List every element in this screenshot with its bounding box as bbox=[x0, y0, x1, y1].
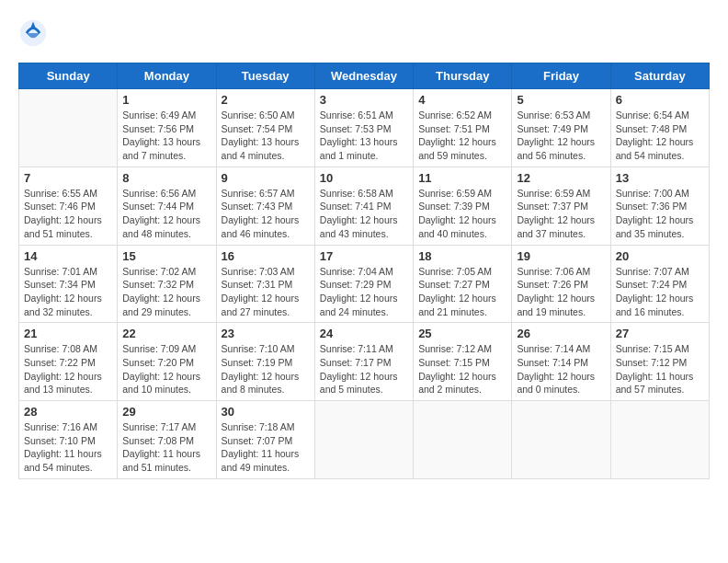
day-info: Sunrise: 7:11 AM Sunset: 7:17 PM Dayligh… bbox=[320, 342, 408, 396]
calendar-day-cell bbox=[512, 401, 610, 479]
calendar-day-cell bbox=[19, 89, 118, 167]
calendar-day-cell bbox=[314, 401, 413, 479]
calendar-week-row: 21Sunrise: 7:08 AM Sunset: 7:22 PM Dayli… bbox=[19, 323, 710, 401]
calendar-day-cell: 22Sunrise: 7:09 AM Sunset: 7:20 PM Dayli… bbox=[118, 323, 216, 401]
day-info: Sunrise: 6:55 AM Sunset: 7:46 PM Dayligh… bbox=[24, 187, 112, 241]
day-info: Sunrise: 7:08 AM Sunset: 7:22 PM Dayligh… bbox=[24, 342, 112, 396]
day-number: 10 bbox=[320, 171, 408, 185]
day-number: 29 bbox=[122, 405, 210, 419]
day-number: 2 bbox=[222, 93, 310, 107]
day-number: 22 bbox=[122, 327, 210, 340]
calendar-day-cell: 7Sunrise: 6:55 AM Sunset: 7:46 PM Daylig… bbox=[19, 167, 118, 245]
day-info: Sunrise: 7:00 AM Sunset: 7:36 PM Dayligh… bbox=[616, 187, 704, 241]
day-of-week-header: Sunday bbox=[19, 63, 118, 89]
day-number: 8 bbox=[122, 171, 210, 185]
day-info: Sunrise: 7:02 AM Sunset: 7:32 PM Dayligh… bbox=[122, 265, 210, 319]
day-info: Sunrise: 6:50 AM Sunset: 7:54 PM Dayligh… bbox=[222, 109, 310, 163]
calendar-day-cell: 10Sunrise: 6:58 AM Sunset: 7:41 PM Dayli… bbox=[314, 167, 413, 245]
calendar-week-row: 28Sunrise: 7:16 AM Sunset: 7:10 PM Dayli… bbox=[19, 401, 710, 479]
day-number: 5 bbox=[517, 93, 605, 107]
calendar-day-cell: 25Sunrise: 7:12 AM Sunset: 7:15 PM Dayli… bbox=[414, 323, 512, 401]
calendar-day-cell: 30Sunrise: 7:18 AM Sunset: 7:07 PM Dayli… bbox=[216, 401, 314, 479]
calendar-day-cell: 2Sunrise: 6:50 AM Sunset: 7:54 PM Daylig… bbox=[216, 89, 314, 167]
day-of-week-header: Tuesday bbox=[216, 63, 314, 89]
day-info: Sunrise: 6:58 AM Sunset: 7:41 PM Dayligh… bbox=[320, 187, 408, 241]
calendar-day-cell: 5Sunrise: 6:53 AM Sunset: 7:49 PM Daylig… bbox=[512, 89, 610, 167]
day-info: Sunrise: 7:15 AM Sunset: 7:12 PM Dayligh… bbox=[616, 342, 704, 396]
day-info: Sunrise: 7:16 AM Sunset: 7:10 PM Dayligh… bbox=[24, 420, 112, 475]
day-number: 7 bbox=[24, 171, 112, 185]
calendar-day-cell: 9Sunrise: 6:57 AM Sunset: 7:43 PM Daylig… bbox=[216, 167, 314, 245]
calendar-day-cell: 24Sunrise: 7:11 AM Sunset: 7:17 PM Dayli… bbox=[314, 323, 413, 401]
calendar-day-cell: 28Sunrise: 7:16 AM Sunset: 7:10 PM Dayli… bbox=[19, 401, 118, 479]
calendar-day-cell: 3Sunrise: 6:51 AM Sunset: 7:53 PM Daylig… bbox=[314, 89, 413, 167]
day-number: 21 bbox=[24, 327, 112, 340]
day-info: Sunrise: 6:54 AM Sunset: 7:48 PM Dayligh… bbox=[616, 109, 704, 163]
day-info: Sunrise: 6:57 AM Sunset: 7:43 PM Dayligh… bbox=[222, 187, 310, 241]
day-number: 23 bbox=[222, 327, 310, 340]
calendar-day-cell: 13Sunrise: 7:00 AM Sunset: 7:36 PM Dayli… bbox=[610, 167, 709, 245]
calendar-table: SundayMondayTuesdayWednesdayThursdayFrid… bbox=[18, 63, 710, 479]
day-number: 15 bbox=[122, 249, 210, 263]
day-info: Sunrise: 6:51 AM Sunset: 7:53 PM Dayligh… bbox=[320, 109, 408, 163]
calendar-day-cell: 21Sunrise: 7:08 AM Sunset: 7:22 PM Dayli… bbox=[19, 323, 118, 401]
day-info: Sunrise: 6:59 AM Sunset: 7:37 PM Dayligh… bbox=[517, 187, 605, 241]
day-number: 19 bbox=[517, 249, 605, 263]
day-info: Sunrise: 7:18 AM Sunset: 7:07 PM Dayligh… bbox=[222, 420, 310, 475]
calendar-day-cell: 19Sunrise: 7:06 AM Sunset: 7:26 PM Dayli… bbox=[512, 245, 610, 323]
day-info: Sunrise: 6:53 AM Sunset: 7:49 PM Dayligh… bbox=[517, 109, 605, 163]
calendar-day-cell bbox=[414, 401, 512, 479]
calendar-day-cell: 8Sunrise: 6:56 AM Sunset: 7:44 PM Daylig… bbox=[118, 167, 216, 245]
day-number: 13 bbox=[616, 171, 704, 185]
calendar-day-cell: 27Sunrise: 7:15 AM Sunset: 7:12 PM Dayli… bbox=[610, 323, 709, 401]
calendar-day-cell bbox=[610, 401, 709, 479]
day-info: Sunrise: 6:56 AM Sunset: 7:44 PM Dayligh… bbox=[122, 187, 210, 241]
calendar-day-cell: 17Sunrise: 7:04 AM Sunset: 7:29 PM Dayli… bbox=[314, 245, 413, 323]
page-header bbox=[18, 18, 710, 48]
day-number: 28 bbox=[24, 405, 112, 419]
calendar-week-row: 1Sunrise: 6:49 AM Sunset: 7:56 PM Daylig… bbox=[19, 89, 710, 167]
day-number: 26 bbox=[517, 327, 605, 340]
day-number: 4 bbox=[418, 93, 506, 107]
calendar-day-cell: 11Sunrise: 6:59 AM Sunset: 7:39 PM Dayli… bbox=[414, 167, 512, 245]
calendar-day-cell: 15Sunrise: 7:02 AM Sunset: 7:32 PM Dayli… bbox=[118, 245, 216, 323]
calendar-day-cell: 12Sunrise: 6:59 AM Sunset: 7:37 PM Dayli… bbox=[512, 167, 610, 245]
calendar-day-cell: 14Sunrise: 7:01 AM Sunset: 7:34 PM Dayli… bbox=[19, 245, 118, 323]
calendar-day-cell: 29Sunrise: 7:17 AM Sunset: 7:08 PM Dayli… bbox=[118, 401, 216, 479]
day-info: Sunrise: 6:49 AM Sunset: 7:56 PM Dayligh… bbox=[122, 109, 210, 163]
day-info: Sunrise: 7:07 AM Sunset: 7:24 PM Dayligh… bbox=[616, 265, 704, 319]
day-info: Sunrise: 7:12 AM Sunset: 7:15 PM Dayligh… bbox=[418, 342, 506, 396]
day-info: Sunrise: 7:09 AM Sunset: 7:20 PM Dayligh… bbox=[122, 342, 210, 396]
day-number: 24 bbox=[320, 327, 408, 340]
logo bbox=[18, 18, 51, 48]
day-info: Sunrise: 7:06 AM Sunset: 7:26 PM Dayligh… bbox=[517, 265, 605, 319]
day-info: Sunrise: 7:17 AM Sunset: 7:08 PM Dayligh… bbox=[122, 420, 210, 475]
day-of-week-header: Thursday bbox=[414, 63, 512, 89]
day-info: Sunrise: 7:05 AM Sunset: 7:27 PM Dayligh… bbox=[418, 265, 506, 319]
day-number: 17 bbox=[320, 249, 408, 263]
calendar-day-cell: 1Sunrise: 6:49 AM Sunset: 7:56 PM Daylig… bbox=[118, 89, 216, 167]
day-number: 9 bbox=[222, 171, 310, 185]
calendar-week-row: 14Sunrise: 7:01 AM Sunset: 7:34 PM Dayli… bbox=[19, 245, 710, 323]
day-info: Sunrise: 7:14 AM Sunset: 7:14 PM Dayligh… bbox=[517, 342, 605, 396]
day-of-week-header: Monday bbox=[118, 63, 216, 89]
calendar-day-cell: 20Sunrise: 7:07 AM Sunset: 7:24 PM Dayli… bbox=[610, 245, 709, 323]
day-info: Sunrise: 7:04 AM Sunset: 7:29 PM Dayligh… bbox=[320, 265, 408, 319]
day-number: 1 bbox=[122, 93, 210, 107]
day-number: 30 bbox=[222, 405, 310, 419]
logo-icon bbox=[18, 18, 48, 48]
day-of-week-header: Friday bbox=[512, 63, 610, 89]
calendar-header-row: SundayMondayTuesdayWednesdayThursdayFrid… bbox=[19, 63, 710, 89]
day-number: 12 bbox=[517, 171, 605, 185]
calendar-day-cell: 23Sunrise: 7:10 AM Sunset: 7:19 PM Dayli… bbox=[216, 323, 314, 401]
day-info: Sunrise: 6:52 AM Sunset: 7:51 PM Dayligh… bbox=[418, 109, 506, 163]
calendar-day-cell: 26Sunrise: 7:14 AM Sunset: 7:14 PM Dayli… bbox=[512, 323, 610, 401]
day-of-week-header: Wednesday bbox=[314, 63, 413, 89]
day-number: 14 bbox=[24, 249, 112, 263]
day-info: Sunrise: 7:10 AM Sunset: 7:19 PM Dayligh… bbox=[222, 342, 310, 396]
day-number: 3 bbox=[320, 93, 408, 107]
day-info: Sunrise: 6:59 AM Sunset: 7:39 PM Dayligh… bbox=[418, 187, 506, 241]
day-info: Sunrise: 7:01 AM Sunset: 7:34 PM Dayligh… bbox=[24, 265, 112, 319]
calendar-day-cell: 4Sunrise: 6:52 AM Sunset: 7:51 PM Daylig… bbox=[414, 89, 512, 167]
calendar-week-row: 7Sunrise: 6:55 AM Sunset: 7:46 PM Daylig… bbox=[19, 167, 710, 245]
